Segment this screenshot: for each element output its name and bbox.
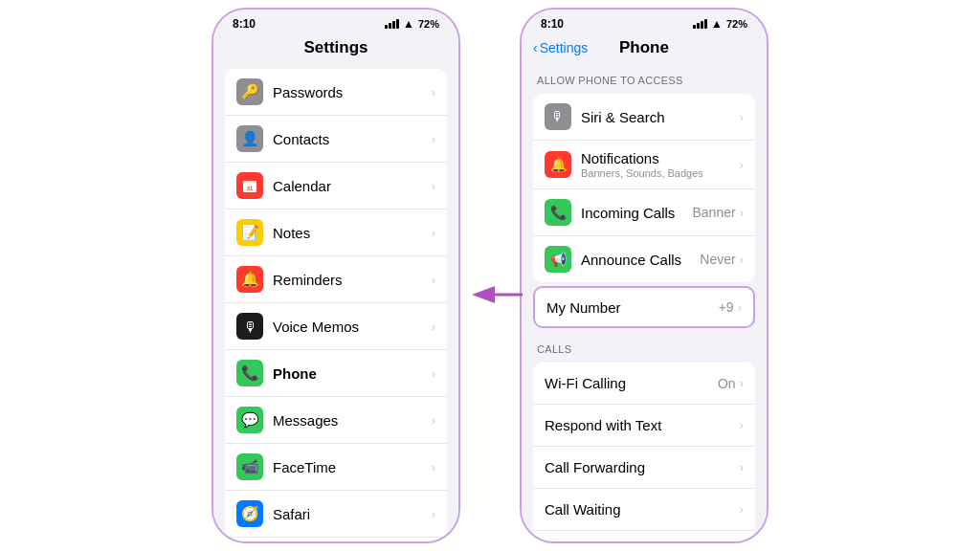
incoming-calls-wrap: Incoming Calls — [581, 205, 693, 221]
voice-memos-chevron: › — [432, 320, 435, 334]
reminders-label: Reminders — [273, 272, 432, 288]
passwords-label: Passwords — [273, 84, 432, 100]
incoming-calls-icon: 📞 — [545, 199, 571, 226]
safari-chevron: › — [432, 507, 435, 521]
battery-icon: 72% — [418, 18, 439, 30]
settings-title: Settings — [213, 34, 458, 65]
phone-settings-title: Phone — [619, 38, 669, 57]
siri-search-item[interactable]: 🎙 Siri & Search › — [533, 94, 755, 141]
announce-calls-icon: 📢 — [545, 246, 571, 273]
announce-calls-chevron: › — [740, 253, 744, 267]
status-icons-left: ▲ 72% — [385, 17, 439, 31]
call-forwarding-wrap: Call Forwarding — [545, 459, 740, 475]
announce-calls-label: Announce Calls — [581, 252, 700, 268]
phone-label: Phone — [273, 365, 432, 382]
respond-text-item[interactable]: Respond with Text › — [533, 405, 755, 447]
call-forwarding-label: Call Forwarding — [545, 459, 740, 475]
settings-item-contacts[interactable]: 👤 Contacts › — [225, 116, 447, 163]
safari-label: Safari — [273, 506, 432, 522]
passwords-chevron: › — [432, 85, 435, 99]
announce-calls-item[interactable]: 📢 Announce Calls Never › — [533, 236, 755, 282]
call-waiting-label: Call Waiting — [545, 501, 740, 518]
my-number-row[interactable]: My Number +9 › — [533, 286, 755, 328]
voice-memos-icon: 🎙 — [236, 313, 263, 340]
contacts-label: Contacts — [273, 131, 432, 147]
settings-item-calendar[interactable]: 31 Calendar › — [225, 163, 447, 209]
my-number-chevron: › — [738, 300, 742, 315]
calendar-label: Calendar — [273, 178, 432, 194]
notifications-label: Notifications — [581, 150, 740, 166]
signal-icon-right — [693, 19, 707, 29]
status-bar-left: 8:10 ▲ 72% — [213, 10, 458, 34]
settings-item-messages[interactable]: 💬 Messages › — [225, 397, 447, 444]
back-button[interactable]: ‹ Settings — [533, 40, 588, 55]
notes-chevron: › — [432, 226, 435, 240]
svg-text:31: 31 — [247, 186, 254, 191]
passwords-icon: 🔑 — [236, 78, 263, 105]
respond-text-label: Respond with Text — [545, 417, 740, 433]
notifications-chevron: › — [740, 158, 744, 172]
call-forwarding-item[interactable]: Call Forwarding › — [533, 447, 755, 489]
show-caller-id-item[interactable]: Show My Caller ID › — [533, 531, 755, 541]
settings-item-notes[interactable]: 📝 Notes › — [225, 209, 447, 256]
call-waiting-wrap: Call Waiting — [545, 501, 740, 518]
settings-item-reminders[interactable]: 🔔 Reminders › — [225, 256, 447, 303]
phone-chevron: › — [432, 366, 435, 381]
svg-rect-2 — [243, 181, 256, 185]
respond-text-chevron: › — [740, 418, 744, 432]
signal-icon — [385, 19, 399, 29]
back-chevron-icon: ‹ — [533, 40, 538, 55]
wifi-calling-value: On — [718, 376, 736, 391]
call-waiting-chevron: › — [740, 502, 744, 517]
calendar-icon: 31 — [236, 172, 263, 199]
settings-item-passwords[interactable]: 🔑 Passwords › — [225, 69, 447, 116]
facetime-icon: 📹 — [236, 453, 263, 480]
siri-label-wrap: Siri & Search — [581, 109, 740, 125]
siri-icon: 🎙 — [545, 103, 571, 130]
notes-icon: 📝 — [236, 219, 263, 246]
voice-memos-label: Voice Memos — [273, 319, 432, 335]
siri-chevron: › — [740, 110, 744, 124]
reminders-chevron: › — [432, 273, 435, 287]
notifications-item[interactable]: 🔔 Notifications Banners, Sounds, Badges … — [533, 141, 755, 189]
incoming-calls-label: Incoming Calls — [581, 205, 693, 221]
reminders-icon: 🔔 — [236, 266, 263, 293]
wifi-calling-wrap: Wi-Fi Calling — [545, 375, 718, 391]
siri-label: Siri & Search — [581, 109, 740, 125]
announce-calls-wrap: Announce Calls — [581, 252, 700, 268]
facetime-label: FaceTime — [273, 459, 432, 475]
wifi-icon: ▲ — [403, 17, 414, 31]
notes-label: Notes — [273, 225, 432, 241]
incoming-calls-item[interactable]: 📞 Incoming Calls Banner › — [533, 189, 755, 236]
contacts-chevron: › — [432, 132, 435, 146]
settings-item-stocks[interactable]: Stocks › — [225, 538, 447, 541]
phone-settings-scroll: ALLOW PHONE TO ACCESS 🎙 Siri & Search › … — [522, 63, 767, 541]
respond-text-wrap: Respond with Text — [545, 417, 740, 433]
messages-chevron: › — [432, 413, 435, 428]
phone-icon: 📞 — [236, 360, 263, 386]
incoming-calls-chevron: › — [740, 206, 744, 220]
contacts-icon: 👤 — [236, 125, 263, 152]
settings-item-voice-memos[interactable]: 🎙 Voice Memos › — [225, 303, 447, 350]
status-bar-right: 8:10 ▲ 72% — [522, 10, 767, 34]
back-label: Settings — [540, 40, 589, 55]
settings-item-facetime[interactable]: 📹 FaceTime › — [225, 444, 447, 491]
my-number-label: My Number — [546, 299, 719, 316]
settings-group-main: 🔑 Passwords › 👤 Contacts › — [225, 69, 447, 541]
facetime-chevron: › — [432, 460, 435, 474]
phone-arrow — [470, 280, 527, 309]
wifi-calling-label: Wi-Fi Calling — [545, 375, 718, 391]
notifications-icon: 🔔 — [545, 151, 571, 178]
nav-bar: ‹ Settings Phone — [522, 34, 767, 63]
call-forwarding-chevron: › — [740, 460, 744, 474]
notifications-label-wrap: Notifications Banners, Sounds, Badges — [581, 150, 740, 179]
wifi-calling-item[interactable]: Wi-Fi Calling On › — [533, 363, 755, 405]
notifications-sublabel: Banners, Sounds, Badges — [581, 167, 740, 179]
wifi-calling-chevron: › — [740, 376, 744, 390]
settings-item-safari[interactable]: 🧭 Safari › — [225, 491, 447, 538]
section-access-header: ALLOW PHONE TO ACCESS — [522, 63, 767, 90]
access-list: 🎙 Siri & Search › 🔔 Notifications Banner… — [533, 94, 755, 282]
incoming-calls-value: Banner — [693, 205, 736, 220]
call-waiting-item[interactable]: Call Waiting › — [533, 489, 755, 531]
settings-item-phone[interactable]: 📞 Phone › — [225, 350, 447, 397]
